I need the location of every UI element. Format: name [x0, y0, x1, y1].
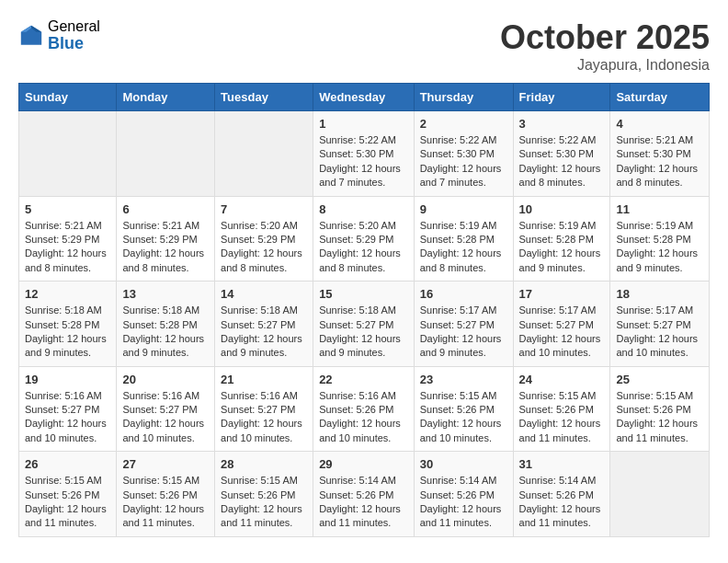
day-info: Sunrise: 5:18 AMSunset: 5:28 PMDaylight:… — [25, 304, 110, 361]
calendar-cell: 15Sunrise: 5:18 AMSunset: 5:27 PMDayligh… — [313, 282, 415, 367]
day-number: 29 — [319, 457, 408, 471]
calendar-cell: 25Sunrise: 5:15 AMSunset: 5:26 PMDayligh… — [610, 366, 710, 452]
day-info: Sunrise: 5:21 AMSunset: 5:29 PMDaylight:… — [122, 219, 209, 276]
calendar-cell: 24Sunrise: 5:15 AMSunset: 5:26 PMDayligh… — [513, 366, 610, 452]
calendar-cell: 18Sunrise: 5:17 AMSunset: 5:27 PMDayligh… — [610, 282, 710, 367]
day-number: 22 — [319, 373, 408, 386]
logo-blue: Blue — [48, 35, 100, 53]
calendar-cell: 16Sunrise: 5:17 AMSunset: 5:27 PMDayligh… — [414, 282, 513, 367]
calendar-cell — [215, 111, 313, 197]
calendar-cell: 20Sunrise: 5:16 AMSunset: 5:27 PMDayligh… — [117, 366, 215, 452]
calendar-cell: 19Sunrise: 5:16 AMSunset: 5:27 PMDayligh… — [19, 366, 117, 452]
day-info: Sunrise: 5:14 AMSunset: 5:26 PMDaylight:… — [319, 474, 408, 531]
weekday-header-thursday: Thursday — [414, 84, 513, 111]
day-number: 6 — [122, 202, 209, 216]
day-number: 23 — [420, 373, 507, 386]
calendar-cell: 17Sunrise: 5:17 AMSunset: 5:27 PMDayligh… — [513, 282, 610, 367]
calendar-cell: 10Sunrise: 5:19 AMSunset: 5:28 PMDayligh… — [513, 196, 610, 282]
day-info: Sunrise: 5:19 AMSunset: 5:28 PMDaylight:… — [519, 219, 605, 276]
calendar-cell: 14Sunrise: 5:18 AMSunset: 5:27 PMDayligh… — [215, 282, 313, 367]
day-number: 19 — [25, 373, 110, 386]
calendar-cell: 1Sunrise: 5:22 AMSunset: 5:30 PMDaylight… — [313, 111, 415, 197]
day-number: 13 — [122, 287, 209, 301]
day-number: 1 — [319, 117, 408, 131]
calendar-cell — [117, 111, 215, 197]
day-number: 8 — [319, 202, 408, 216]
logo-text: General Blue — [48, 18, 100, 52]
calendar-cell: 22Sunrise: 5:16 AMSunset: 5:26 PMDayligh… — [313, 366, 415, 452]
day-info: Sunrise: 5:16 AMSunset: 5:27 PMDaylight:… — [122, 389, 209, 446]
day-info: Sunrise: 5:15 AMSunset: 5:26 PMDaylight:… — [122, 474, 209, 531]
day-number: 26 — [25, 457, 110, 471]
svg-marker-0 — [21, 25, 41, 44]
calendar-cell: 5Sunrise: 5:21 AMSunset: 5:29 PMDaylight… — [19, 196, 117, 282]
day-number: 20 — [122, 373, 209, 386]
day-info: Sunrise: 5:16 AMSunset: 5:26 PMDaylight:… — [319, 389, 408, 446]
day-info: Sunrise: 5:18 AMSunset: 5:27 PMDaylight:… — [221, 304, 307, 361]
weekday-header-saturday: Saturday — [610, 84, 710, 111]
day-info: Sunrise: 5:22 AMSunset: 5:30 PMDaylight:… — [420, 133, 507, 190]
calendar-cell: 8Sunrise: 5:20 AMSunset: 5:29 PMDaylight… — [313, 196, 415, 282]
weekday-header-friday: Friday — [513, 84, 610, 111]
day-number: 27 — [122, 457, 209, 471]
day-number: 14 — [221, 287, 307, 301]
calendar-cell: 31Sunrise: 5:14 AMSunset: 5:26 PMDayligh… — [513, 452, 610, 537]
logo-general: General — [48, 18, 100, 35]
calendar-cell — [610, 452, 710, 537]
calendar-cell: 23Sunrise: 5:15 AMSunset: 5:26 PMDayligh… — [414, 366, 513, 452]
day-info: Sunrise: 5:15 AMSunset: 5:26 PMDaylight:… — [221, 474, 307, 531]
week-row-4: 19Sunrise: 5:16 AMSunset: 5:27 PMDayligh… — [19, 366, 710, 452]
day-number: 17 — [519, 287, 605, 301]
day-info: Sunrise: 5:14 AMSunset: 5:26 PMDaylight:… — [420, 474, 507, 531]
weekday-header-row: SundayMondayTuesdayWednesdayThursdayFrid… — [19, 84, 710, 111]
day-info: Sunrise: 5:21 AMSunset: 5:30 PMDaylight:… — [616, 133, 703, 190]
calendar-cell: 21Sunrise: 5:16 AMSunset: 5:27 PMDayligh… — [215, 366, 313, 452]
day-info: Sunrise: 5:22 AMSunset: 5:30 PMDaylight:… — [319, 133, 408, 190]
day-info: Sunrise: 5:22 AMSunset: 5:30 PMDaylight:… — [519, 133, 605, 190]
day-info: Sunrise: 5:18 AMSunset: 5:27 PMDaylight:… — [319, 304, 408, 361]
week-row-3: 12Sunrise: 5:18 AMSunset: 5:28 PMDayligh… — [19, 282, 710, 367]
day-info: Sunrise: 5:17 AMSunset: 5:27 PMDaylight:… — [616, 304, 703, 361]
weekday-header-sunday: Sunday — [19, 84, 117, 111]
day-number: 18 — [616, 287, 703, 301]
day-info: Sunrise: 5:21 AMSunset: 5:29 PMDaylight:… — [25, 219, 110, 276]
day-number: 2 — [420, 117, 507, 131]
month-title: October 2025 — [500, 18, 710, 57]
day-info: Sunrise: 5:17 AMSunset: 5:27 PMDaylight:… — [420, 304, 507, 361]
calendar-cell: 26Sunrise: 5:15 AMSunset: 5:26 PMDayligh… — [19, 452, 117, 537]
weekday-header-wednesday: Wednesday — [313, 84, 415, 111]
calendar-table: SundayMondayTuesdayWednesdayThursdayFrid… — [18, 83, 710, 537]
day-info: Sunrise: 5:15 AMSunset: 5:26 PMDaylight:… — [25, 474, 110, 531]
day-number: 10 — [519, 202, 605, 216]
logo: General Blue — [18, 18, 100, 52]
calendar-cell: 4Sunrise: 5:21 AMSunset: 5:30 PMDaylight… — [610, 111, 710, 197]
day-number: 11 — [616, 202, 703, 216]
page-header: General Blue October 2025 Jayapura, Indo… — [18, 18, 710, 74]
day-number: 3 — [519, 117, 605, 131]
week-row-5: 26Sunrise: 5:15 AMSunset: 5:26 PMDayligh… — [19, 452, 710, 537]
day-info: Sunrise: 5:19 AMSunset: 5:28 PMDaylight:… — [420, 219, 507, 276]
day-info: Sunrise: 5:17 AMSunset: 5:27 PMDaylight:… — [519, 304, 605, 361]
day-info: Sunrise: 5:15 AMSunset: 5:26 PMDaylight:… — [616, 389, 703, 446]
calendar-cell: 11Sunrise: 5:19 AMSunset: 5:28 PMDayligh… — [610, 196, 710, 282]
day-info: Sunrise: 5:14 AMSunset: 5:26 PMDaylight:… — [519, 474, 605, 531]
calendar-cell: 29Sunrise: 5:14 AMSunset: 5:26 PMDayligh… — [313, 452, 415, 537]
calendar-cell: 3Sunrise: 5:22 AMSunset: 5:30 PMDaylight… — [513, 111, 610, 197]
location: Jayapura, Indonesia — [500, 57, 710, 74]
day-number: 21 — [221, 373, 307, 386]
day-number: 4 — [616, 117, 703, 131]
calendar-cell: 30Sunrise: 5:14 AMSunset: 5:26 PMDayligh… — [414, 452, 513, 537]
day-number: 25 — [616, 373, 703, 386]
logo-icon — [18, 23, 44, 49]
week-row-2: 5Sunrise: 5:21 AMSunset: 5:29 PMDaylight… — [19, 196, 710, 282]
weekday-header-tuesday: Tuesday — [215, 84, 313, 111]
day-number: 15 — [319, 287, 408, 301]
calendar-cell: 13Sunrise: 5:18 AMSunset: 5:28 PMDayligh… — [117, 282, 215, 367]
calendar-cell: 12Sunrise: 5:18 AMSunset: 5:28 PMDayligh… — [19, 282, 117, 367]
calendar-cell: 9Sunrise: 5:19 AMSunset: 5:28 PMDaylight… — [414, 196, 513, 282]
day-info: Sunrise: 5:16 AMSunset: 5:27 PMDaylight:… — [25, 389, 110, 446]
day-number: 28 — [221, 457, 307, 471]
day-info: Sunrise: 5:15 AMSunset: 5:26 PMDaylight:… — [519, 389, 605, 446]
day-number: 24 — [519, 373, 605, 386]
calendar-cell: 27Sunrise: 5:15 AMSunset: 5:26 PMDayligh… — [117, 452, 215, 537]
